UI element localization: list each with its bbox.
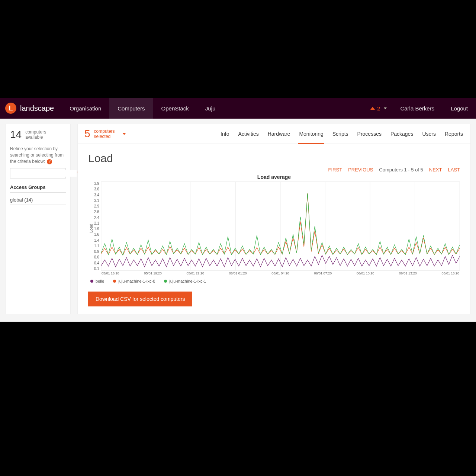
refine-hint: Refine your selection by searching or se… xyxy=(10,146,66,164)
legend-dot-icon xyxy=(164,280,167,283)
legend-label: juju-machine-1-lxc-0 xyxy=(118,279,155,283)
pager: FIRST PREVIOUS Computers 1 - 5 of 5 NEXT… xyxy=(88,167,460,173)
search-input[interactable] xyxy=(13,170,77,177)
pager-status: Computers 1 - 5 of 5 xyxy=(379,167,423,173)
tab-scripts[interactable]: Scripts xyxy=(332,127,349,141)
selected-computers-dropdown[interactable]: 5 computers selected xyxy=(84,128,126,140)
top-nav: L landscape OrganisationComputersOpenSta… xyxy=(0,98,476,119)
tabs: InfoActivitiesHardwareMonitoringScriptsP… xyxy=(220,127,464,141)
legend-dot-icon xyxy=(113,280,116,283)
nav-item-juju[interactable]: Juju xyxy=(197,98,224,119)
nav-item-openstack[interactable]: OpenStack xyxy=(153,98,197,119)
download-csv-button[interactable]: Download CSV for selected computers xyxy=(88,292,192,306)
legend-item[interactable]: belle xyxy=(90,279,104,283)
nav-items: OrganisationComputersOpenStackJuju xyxy=(61,98,223,119)
nav-item-organisation[interactable]: Organisation xyxy=(61,98,109,119)
brand-logo-icon: L xyxy=(5,103,16,114)
access-group-item[interactable]: global (14) xyxy=(10,196,66,205)
brand-name: landscape xyxy=(20,104,54,113)
access-groups-heading: Access Groups xyxy=(10,184,66,193)
tab-users[interactable]: Users xyxy=(421,127,437,141)
search-field[interactable] xyxy=(10,168,66,178)
legend-label: juju-machine-1-lxc-1 xyxy=(169,279,206,283)
legend-dot-icon xyxy=(90,280,93,283)
alerts-dropdown[interactable]: 2 xyxy=(365,98,392,119)
legend-item[interactable]: juju-machine-1-lxc-1 xyxy=(164,279,206,283)
legend-item[interactable]: juju-machine-1-lxc-0 xyxy=(113,279,155,283)
x-ticks: 05/01 16:2005/01 19:2005/01 22:2006/01 0… xyxy=(101,271,460,275)
user-menu[interactable]: Carla Berkers xyxy=(392,98,443,119)
pager-next[interactable]: NEXT xyxy=(429,167,442,173)
chevron-down-icon xyxy=(122,133,126,135)
y-axis-label: Load xyxy=(88,181,94,275)
y-ticks: 3.93.63.43.12.92.62.42.11.91.61.41.10.90… xyxy=(94,181,101,271)
selected-label: computers selected xyxy=(94,129,115,139)
pager-last[interactable]: LAST xyxy=(448,167,460,173)
computers-available-count: 14 xyxy=(10,129,22,141)
pager-previous[interactable]: PREVIOUS xyxy=(348,167,373,173)
help-icon[interactable]: ? xyxy=(47,159,52,164)
tab-processes[interactable]: Processes xyxy=(357,127,382,141)
alert-count: 2 xyxy=(377,105,380,112)
alert-triangle-icon xyxy=(370,107,375,110)
tab-monitoring[interactable]: Monitoring xyxy=(298,127,324,141)
pager-first[interactable]: FIRST xyxy=(328,167,342,173)
tab-info[interactable]: Info xyxy=(220,127,230,141)
chart-plot xyxy=(101,181,460,271)
logout-link[interactable]: Logout xyxy=(443,98,476,119)
nav-item-computers[interactable]: Computers xyxy=(109,98,153,119)
page-title: Load xyxy=(88,152,460,165)
tab-packages[interactable]: Packages xyxy=(390,127,414,141)
tab-hardware[interactable]: Hardware xyxy=(267,127,291,141)
tab-activities[interactable]: Activities xyxy=(237,127,259,141)
chart-title: Load average xyxy=(88,174,460,180)
selected-count: 5 xyxy=(84,128,90,140)
sidebar: 14 computers available Refine your selec… xyxy=(5,124,71,314)
tab-reports[interactable]: Reports xyxy=(444,127,464,141)
computers-available-label: computers available xyxy=(25,129,46,140)
main-panel: 5 computers selected InfoActivitiesHardw… xyxy=(77,124,471,314)
legend-label: belle xyxy=(96,279,104,283)
chart-legend: bellejuju-machine-1-lxc-0juju-machine-1-… xyxy=(88,279,460,283)
brand[interactable]: L landscape xyxy=(0,98,61,119)
chevron-down-icon xyxy=(384,107,387,109)
load-chart: Load average Load 3.93.63.43.12.92.62.42… xyxy=(88,174,460,283)
